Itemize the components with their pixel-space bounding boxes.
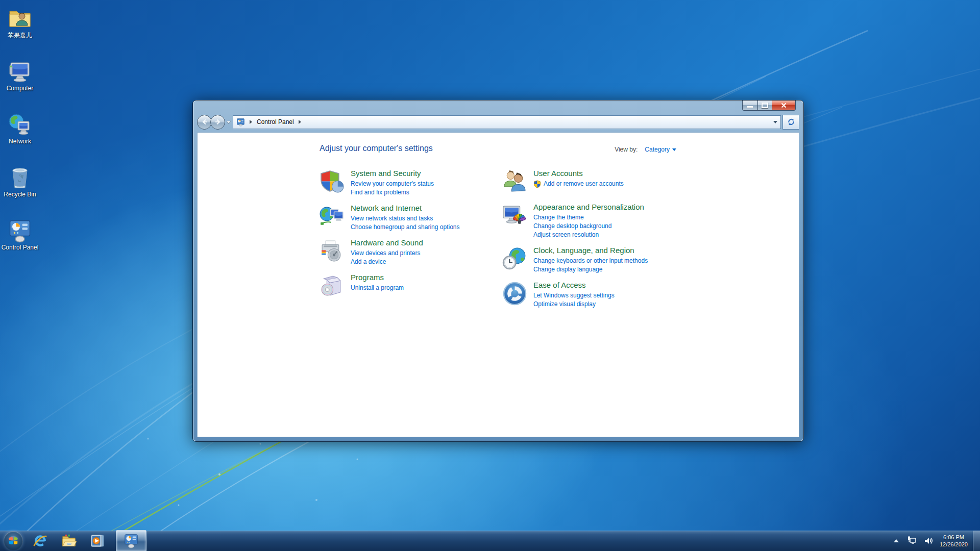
control-panel-mini-icon: [236, 118, 245, 127]
desktop-icon-label: Computer: [0, 85, 40, 92]
notification-area: 6:06 PM 12/26/2020: [894, 531, 980, 551]
task-link[interactable]: Change the theme: [533, 213, 717, 222]
speaker-icon: [923, 536, 934, 546]
task-link[interactable]: Add or remove user accounts: [533, 180, 717, 188]
taskbar-clock[interactable]: 6:06 PM 12/26/2020: [940, 534, 968, 548]
appearance-and-personalization-icon[interactable]: [502, 203, 527, 228]
task-link[interactable]: Let Windows suggest settings: [533, 291, 717, 300]
category-column-left: System and Security Review your computer…: [320, 169, 498, 307]
category-network-and-internet: Network and Internet View network status…: [320, 204, 498, 232]
task-link[interactable]: Choose homegroup and sharing options: [351, 223, 498, 232]
task-link[interactable]: View network status and tasks: [351, 214, 498, 223]
category-system-and-security: System and Security Review your computer…: [320, 169, 498, 197]
folder-explorer-icon: [61, 533, 77, 548]
clock-date: 12/26/2020: [940, 541, 968, 548]
taskbar-windows-explorer-button[interactable]: [58, 531, 80, 551]
category-programs: Programs Uninstall a program: [320, 273, 498, 300]
category-title-link[interactable]: Ease of Access: [533, 281, 586, 289]
task-link[interactable]: Uninstall a program: [351, 284, 498, 292]
category-title-link[interactable]: User Accounts: [533, 169, 583, 178]
windows-media-player-icon: [90, 533, 105, 548]
desktop-icon-computer[interactable]: Computer: [0, 57, 40, 110]
category-title-link[interactable]: Clock, Language, and Region: [533, 246, 634, 255]
category-title-link[interactable]: Hardware and Sound: [351, 238, 423, 247]
minimize-icon: [747, 106, 753, 108]
start-button[interactable]: [4, 531, 23, 550]
desktop-icon-label: Control Panel: [0, 244, 40, 251]
task-link[interactable]: Change display language: [533, 265, 717, 274]
desktop-icon-network[interactable]: Network: [0, 110, 40, 163]
taskbar: 6:06 PM 12/26/2020: [0, 531, 980, 551]
category-user-accounts: User Accounts Add or re: [502, 169, 717, 196]
maximize-button[interactable]: [758, 101, 772, 111]
category-clock-language-region: Clock, Language, and Region Change keybo…: [502, 246, 717, 274]
show-hidden-icons-button[interactable]: [894, 539, 899, 542]
task-link[interactable]: View devices and printers: [351, 249, 498, 258]
task-link[interactable]: Add a device: [351, 258, 498, 266]
desktop-icon-label: Recycle Bin: [0, 191, 40, 198]
refresh-button[interactable]: [782, 115, 799, 130]
category-title-link[interactable]: System and Security: [351, 169, 421, 178]
breadcrumb-arrow-icon[interactable]: [299, 120, 301, 124]
back-button[interactable]: [197, 115, 212, 130]
control-panel-window: Control Panel Adjust your computer's set…: [192, 100, 804, 442]
forward-arrow-icon: [214, 118, 222, 126]
network-status-icon: [907, 536, 917, 546]
task-link[interactable]: Optimize visual display: [533, 300, 717, 309]
user-accounts-icon[interactable]: [502, 169, 527, 194]
ease-of-access-icon[interactable]: [502, 281, 527, 306]
recycle-bin-icon: [8, 165, 32, 190]
clock-language-region-icon[interactable]: [502, 246, 527, 271]
network-globe-icon: [8, 112, 32, 137]
back-arrow-icon: [201, 118, 208, 126]
category-title-link[interactable]: Network and Internet: [351, 204, 422, 212]
computer-icon: [8, 59, 32, 84]
breadcrumb-arrow-icon[interactable]: [250, 120, 252, 124]
view-by-dropdown-icon[interactable]: [672, 148, 676, 151]
category-appearance-and-personalization: Appearance and Personalization Change th…: [502, 203, 717, 239]
desktop-icon-user-folder[interactable]: 苹果嘉儿: [0, 4, 40, 57]
navigation-bar: Control Panel: [197, 114, 799, 130]
task-link[interactable]: Review your computer's status: [351, 180, 498, 188]
task-link[interactable]: Change desktop background: [533, 222, 717, 231]
category-title-link[interactable]: Programs: [351, 273, 384, 282]
view-by-control: View by: Category: [615, 146, 676, 153]
view-by-label: View by:: [615, 146, 638, 153]
control-panel-content: Adjust your computer's settings View by:…: [197, 132, 799, 437]
task-link[interactable]: Adjust screen resolution: [533, 231, 717, 239]
maximize-icon: [762, 103, 768, 108]
task-link[interactable]: Find and fix problems: [351, 188, 498, 197]
system-and-security-icon[interactable]: [320, 169, 345, 194]
close-button[interactable]: [772, 101, 796, 111]
task-link[interactable]: Change keyboards or other input methods: [533, 257, 717, 265]
desktop-icon-list: 苹果嘉儿 Computer: [0, 4, 40, 269]
taskbar-control-panel-button[interactable]: [116, 530, 146, 551]
show-desktop-button[interactable]: [973, 531, 980, 551]
breadcrumb-location[interactable]: Control Panel: [257, 118, 294, 126]
minimize-button[interactable]: [742, 101, 758, 111]
desktop-icon-label: Network: [0, 138, 40, 145]
taskbar-internet-explorer-button[interactable]: [29, 531, 52, 551]
desktop-icon-control-panel[interactable]: Control Panel: [0, 216, 40, 269]
desktop-icon-recycle-bin[interactable]: Recycle Bin: [0, 163, 40, 216]
volume-tray-button[interactable]: [923, 536, 934, 546]
address-dropdown-icon[interactable]: [773, 121, 777, 123]
internet-explorer-icon: [33, 533, 48, 548]
forward-button[interactable]: [210, 115, 225, 130]
category-column-right: User Accounts Add or re: [502, 169, 717, 315]
category-ease-of-access: Ease of Access Let Windows suggest setti…: [502, 281, 717, 309]
taskbar-media-player-button[interactable]: [86, 531, 109, 551]
view-by-value-link[interactable]: Category: [645, 146, 670, 153]
category-hardware-and-sound: Hardware and Sound View devices and prin…: [320, 238, 498, 266]
hardware-and-sound-icon[interactable]: [320, 239, 345, 264]
address-bar[interactable]: Control Panel: [233, 115, 781, 129]
category-title-link[interactable]: Appearance and Personalization: [533, 203, 644, 211]
recent-pages-dropdown-icon[interactable]: [227, 121, 231, 123]
user-folder-icon: [8, 6, 32, 31]
network-and-internet-icon[interactable]: [320, 204, 345, 229]
programs-icon[interactable]: [320, 273, 345, 298]
desktop-icon-label: 苹果嘉儿: [0, 32, 40, 39]
task-link-label: Add or remove user accounts: [544, 180, 624, 188]
network-tray-button[interactable]: [907, 536, 917, 546]
windows-logo-icon: [8, 535, 19, 546]
